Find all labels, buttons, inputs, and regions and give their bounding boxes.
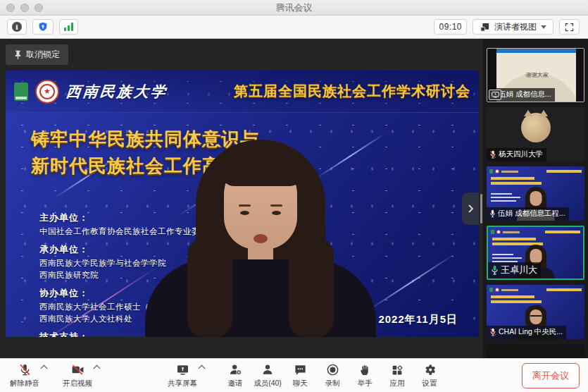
participant-label: 伍娟 成都信息工程... (487, 207, 569, 221)
meeting-toolbar: i 09:10 演讲者视图 (0, 16, 588, 39)
participant-name: 杨天四川大学 (499, 149, 543, 159)
sidebar-collapse-button[interactable] (462, 192, 479, 225)
chat-button[interactable]: 聊天 (284, 363, 316, 388)
invite-button[interactable]: 邀请 (219, 363, 251, 388)
window-title: 腾讯会议 (0, 1, 588, 14)
participant-name: 伍娟 成都信息工程... (498, 209, 565, 219)
share-screen-label: 共享屏幕 (168, 379, 197, 388)
members-label: 成员(40) (254, 379, 282, 388)
shield-icon (37, 21, 49, 32)
unmute-button[interactable]: 解除静音 (8, 363, 41, 388)
info-icon: i (12, 22, 22, 32)
meeting-info-button[interactable]: i (7, 19, 27, 35)
presenter-silhouette (141, 140, 380, 337)
apps-label: 应用 (390, 379, 405, 388)
raised-hand-icon (358, 363, 371, 377)
microphone-muted-icon (489, 328, 496, 336)
invite-label: 邀请 (228, 379, 243, 388)
window-titlebar: 腾讯会议 (0, 0, 588, 16)
meeting-security-button[interactable] (32, 19, 54, 35)
presenter-mouth (254, 234, 268, 243)
presenter-hair-strand (289, 238, 334, 337)
fullscreen-button[interactable] (559, 19, 580, 35)
start-video-button[interactable]: 开启视频 (61, 363, 94, 388)
presenter-hair-strand (187, 238, 232, 337)
settings-label: 设置 (423, 379, 437, 388)
participant-thumbnail-screenshare[interactable]: ·谢谢大家 伍娟 成都信息... (487, 48, 584, 102)
unpin-button[interactable]: 取消锁定 (6, 44, 68, 65)
mini-banner (489, 287, 582, 293)
participant-label: 王卓川大 (488, 262, 541, 278)
unmute-label: 解除静音 (10, 379, 39, 388)
university-seal: ★ (35, 80, 59, 104)
participant-thumbnail-partial[interactable] (487, 344, 584, 358)
university-name: 西南民族大学 (65, 82, 169, 102)
presenter-eye (240, 211, 249, 215)
participant-name: 王卓川大 (501, 264, 537, 276)
gear-icon (423, 363, 437, 377)
mini-banner (491, 229, 580, 235)
signal-bars-icon (64, 23, 73, 31)
microphone-muted-icon (18, 363, 32, 377)
audio-options-chevron[interactable] (41, 365, 48, 372)
presenter-eye (272, 211, 281, 215)
participant-thumbnail-video[interactable]: CHAI Ling 中央民... (487, 285, 584, 339)
chat-label: 聊天 (293, 379, 308, 388)
pin-icon (14, 50, 22, 59)
chevron-down-icon (541, 25, 546, 29)
mini-title-bar (491, 295, 534, 298)
share-screen-button[interactable]: 共享屏幕 (166, 363, 199, 388)
meeting-content: 取消锁定 ★ 西南民族大学 第五届全国民族社会工作学术研讨会 铸牢中华民族共同体… (0, 39, 588, 358)
leave-meeting-button[interactable]: 离开会议 (522, 363, 580, 388)
layout-view-icon (480, 22, 490, 32)
view-mode-label: 演讲者视图 (494, 21, 537, 33)
chevron-right-icon (467, 204, 474, 214)
video-options-chevron[interactable] (94, 365, 101, 372)
fullscreen-icon (564, 22, 575, 32)
participants-sidebar: ·谢谢大家 伍娟 成都信息... 杨天四川大学 (483, 39, 588, 358)
mini-title-bar (491, 300, 542, 303)
participant-thumbnail-video[interactable]: 伍娟 成都信息工程... (487, 166, 584, 221)
shared-slide-text: ·谢谢大家 (496, 71, 576, 79)
control-bar: 解除静音 开启视频 共享屏幕 邀请 成员(40) 聊天 (0, 358, 588, 392)
unpin-label: 取消锁定 (26, 49, 60, 61)
mini-title-bar (491, 177, 534, 180)
camera-off-icon (70, 363, 85, 377)
record-label: 录制 (325, 379, 340, 388)
participant-thumbnail-avatar[interactable]: 杨天四川大学 (487, 107, 584, 161)
members-button[interactable]: 成员(40) (251, 363, 284, 388)
microphone-icon (489, 209, 496, 218)
slide-banner: ★ 西南民族大学 第五届全国民族社会工作学术研讨会 (6, 71, 479, 113)
raise-hand-button[interactable]: 举手 (349, 363, 381, 388)
participant-label: CHAI Ling 中央民... (487, 326, 566, 339)
participant-name: CHAI Ling 中央民... (499, 327, 563, 337)
network-status-button[interactable] (59, 19, 78, 35)
presenter-body (145, 259, 376, 337)
record-circle-icon (326, 363, 339, 377)
stage-scrollbar[interactable] (480, 194, 482, 223)
participant-thumbnail-active-speaker[interactable]: 王卓川大 (487, 226, 584, 280)
start-video-label: 开启视频 (63, 379, 92, 388)
share-options-chevron[interactable] (199, 365, 206, 372)
association-logo (14, 82, 28, 101)
raise-hand-label: 举手 (358, 379, 373, 388)
microphone-muted-icon (489, 150, 496, 159)
chat-bubble-icon (294, 363, 307, 377)
meeting-timer[interactable]: 09:10 (434, 19, 467, 35)
presenter-eyebrow (239, 204, 251, 207)
speaker-video: ★ 西南民族大学 第五届全国民族社会工作学术研讨会 铸牢中华民族共同体意识与 新… (6, 71, 479, 337)
record-button[interactable]: 录制 (316, 363, 349, 388)
shared-window-titlebar (496, 49, 576, 53)
share-screen-icon (175, 363, 190, 377)
toolbar-right-group: 09:10 演讲者视图 (434, 19, 581, 35)
apps-button[interactable]: 应用 (381, 363, 413, 388)
participant-name: 伍娟 成都信息... (499, 90, 551, 99)
main-video-stage: 取消锁定 ★ 西南民族大学 第五届全国民族社会工作学术研讨会 铸牢中华民族共同体… (0, 39, 483, 358)
microphone-speaking-icon (491, 265, 499, 275)
mini-title-bar (492, 238, 536, 240)
seal-star: ★ (39, 84, 55, 99)
invite-person-icon (228, 363, 242, 377)
settings-button[interactable]: 设置 (413, 363, 446, 388)
view-mode-button[interactable]: 演讲者视图 (473, 19, 553, 35)
participant-label: 杨天四川大学 (487, 148, 546, 161)
